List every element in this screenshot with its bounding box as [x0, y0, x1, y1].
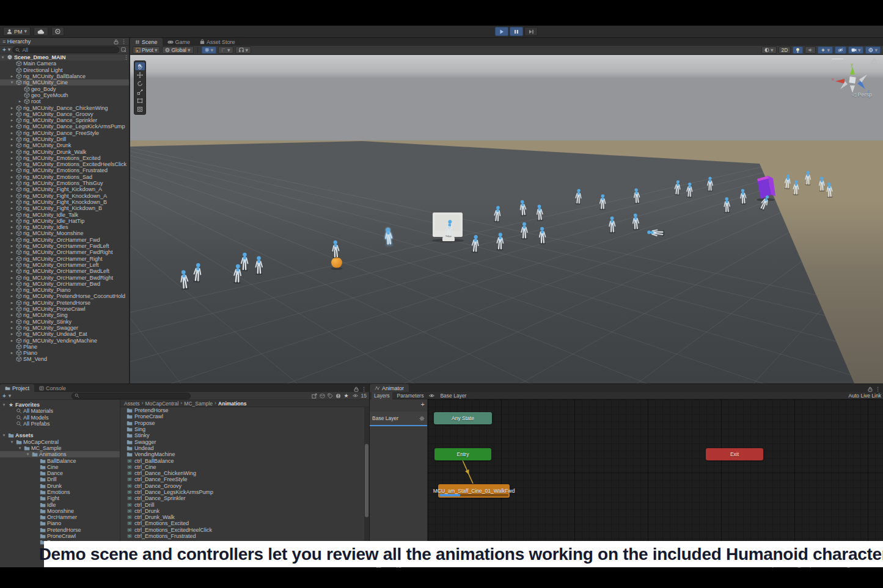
project-file-item[interactable]: ctrl_Dance_Groovy: [120, 483, 364, 489]
tab-asset-store[interactable]: Asset Store: [195, 38, 240, 46]
breadcrumb-item[interactable]: MC_Sample: [184, 401, 213, 407]
project-file-item[interactable]: Stinky: [120, 432, 364, 438]
hierarchy-item[interactable]: Main Camera: [0, 60, 129, 67]
hierarchy-item[interactable]: Plane: [0, 344, 129, 350]
breadcrumb-item[interactable]: Assets: [124, 401, 140, 407]
lighting-toggle[interactable]: [793, 46, 803, 54]
project-tree-item[interactable]: Drill: [0, 476, 120, 482]
hierarchy-item[interactable]: geo_Body: [0, 85, 129, 92]
cloud-button[interactable]: [34, 27, 48, 36]
account-dropdown[interactable]: PM ▾: [3, 27, 31, 36]
chevron-down-icon[interactable]: ▾: [8, 47, 11, 53]
eye-icon[interactable]: [428, 393, 435, 398]
hierarchy-item[interactable]: ▸rig_MCUnity_Fight_Knockdown_B: [0, 199, 129, 205]
hierarchy-item[interactable]: ▸rig_MCUnity_Drunk_Walk: [0, 148, 129, 154]
project-file-item[interactable]: Undead: [120, 445, 364, 451]
import-package-icon[interactable]: [320, 393, 325, 399]
project-tree-item[interactable]: All Materials: [0, 408, 120, 414]
project-file-item[interactable]: ctrl_Dance_LegsKickArmsPump: [120, 489, 364, 495]
hierarchy-item[interactable]: ▸rig_MCUnity_Fight_Knockdown_A: [0, 193, 129, 199]
shading-mode-dropdown[interactable]: ▾: [761, 46, 777, 54]
animator-state-node[interactable]: Any State: [434, 412, 492, 424]
project-file-item[interactable]: ctrl_Emotions_Excited: [120, 520, 364, 526]
project-file-item[interactable]: VendingMachine: [120, 451, 364, 457]
gear-icon[interactable]: [419, 416, 425, 421]
orientation-gizmo[interactable]: y x z: [827, 57, 878, 105]
project-tree-item[interactable]: OrcHammer: [0, 514, 120, 520]
project-file-item[interactable]: ctrl_Emotions_ExcitedHeelClick: [120, 527, 364, 533]
hierarchy-item[interactable]: ▸rig_MCUnity_Fight_Kickdown_A: [0, 186, 129, 192]
hierarchy-item[interactable]: ▸rig_MCUnity_Sing: [0, 312, 129, 318]
animator-state-node[interactable]: Exit: [706, 448, 763, 460]
hierarchy-item[interactable]: ▸rig_MCUnity_Dance_LegsKickArmsPump: [0, 123, 129, 129]
project-tree-item[interactable]: ▾MC_Sample: [0, 445, 120, 451]
project-tree-item[interactable]: All Prefabs: [0, 421, 120, 427]
project-tree-item[interactable]: Moonshine: [0, 508, 120, 514]
open-asset-icon[interactable]: [312, 393, 317, 399]
transform-tool-button[interactable]: [135, 105, 145, 113]
label-icon[interactable]: [328, 393, 333, 399]
hierarchy-item[interactable]: ▸rig_MCUnity_Dance_Groovy: [0, 111, 129, 117]
project-file-item[interactable]: ProneCrawl: [120, 413, 364, 419]
animator-graph[interactable]: Any StateEntryExitMCU_am_Staff_Cine_01_W…: [428, 399, 883, 562]
project-file-item[interactable]: Propose: [120, 420, 364, 426]
parameters-tab[interactable]: Parameters: [395, 392, 427, 399]
kebab-menu-icon[interactable]: ⋮: [361, 387, 367, 392]
animator-state-node[interactable]: Entry: [434, 448, 491, 460]
hierarchy-item[interactable]: ▸rig_MCUnity_Idle_Talk: [0, 211, 129, 217]
project-tree-item[interactable]: ▾Animations: [0, 451, 120, 457]
pivot-toggle[interactable]: Pivot▾: [133, 46, 160, 54]
kebab-menu-icon[interactable]: ⋮: [121, 39, 126, 45]
hierarchy-item[interactable]: ▸rig_MCUnity_Stinky: [0, 318, 129, 324]
scene-visibility-toggle[interactable]: [835, 46, 846, 54]
favorites-filter-icon[interactable]: ★: [343, 393, 350, 399]
project-file-item[interactable]: ctrl_Dance_ChickenWing: [120, 470, 364, 476]
hierarchy-item[interactable]: ▸rig_MCUnity_Idle_HatTip: [0, 218, 129, 224]
lock-icon[interactable]: [354, 387, 359, 392]
project-search-input[interactable]: [71, 393, 191, 399]
hierarchy-item[interactable]: ▸rig_MCUnity_Dance_Sprinkler: [0, 117, 129, 123]
tab-game[interactable]: Game: [163, 38, 196, 46]
hierarchy-item[interactable]: ▸rig_MCUnity_Swagger: [0, 325, 129, 331]
add-object-button[interactable]: +: [2, 46, 6, 53]
layers-tab[interactable]: Layers: [372, 392, 392, 399]
scene-viewport[interactable]: —— y x z ◁ Persp: [130, 55, 883, 383]
move-tool-button[interactable]: [135, 71, 145, 79]
hierarchy-item[interactable]: ▸rig_MCUnity_OrcHammer_Fwd: [0, 237, 129, 243]
project-tree-item[interactable]: ▾★Favorites: [0, 402, 120, 408]
hierarchy-item[interactable]: ▸rig_MCUnity_Dance_ChickenWing: [0, 104, 129, 111]
breadcrumb-item-current[interactable]: Animations: [218, 401, 246, 407]
project-tree-item[interactable]: ProneCrawl: [0, 533, 120, 539]
hierarchy-scene-root[interactable]: ▾Scene_Dmeo_MAIN⋮: [0, 54, 129, 60]
hierarchy-item[interactable]: ▾rig_MCUnity_Cine: [0, 79, 129, 85]
project-file-item[interactable]: ctrl_Dance_Sprinkler: [120, 495, 364, 501]
auto-live-link-button[interactable]: Auto Live Link: [849, 393, 881, 399]
tab-scene[interactable]: Scene: [130, 38, 163, 46]
global-toggle[interactable]: Global▾: [162, 46, 193, 54]
tab-project[interactable]: Project: [0, 384, 34, 392]
2d-toggle[interactable]: 2D: [779, 46, 791, 54]
rect-tool-button[interactable]: [135, 96, 145, 104]
hierarchy-item[interactable]: ▸root: [0, 98, 129, 104]
project-file-item[interactable]: ctrl_Emotions_Frustrated: [120, 533, 364, 539]
project-tree-item[interactable]: Emotions: [0, 489, 120, 495]
hierarchy-item[interactable]: ▸rig_MCUnity_Drill: [0, 136, 129, 142]
project-file-item[interactable]: ctrl_Drunk_Walk: [120, 514, 364, 520]
pause-button[interactable]: [510, 27, 523, 36]
hierarchy-item[interactable]: ▸rig_MCUnity_Piano: [0, 287, 129, 293]
project-file-item[interactable]: PretendHorse: [120, 407, 364, 413]
hierarchy-search-input[interactable]: All: [12, 46, 119, 53]
hierarchy-item[interactable]: ▸rig_MCUnity_Dance_FreeStyle: [0, 130, 129, 136]
animator-breadcrumb[interactable]: Base Layer: [438, 392, 469, 399]
project-file-item[interactable]: Sing: [120, 426, 364, 432]
breadcrumb-item[interactable]: MoCapCentral: [145, 401, 179, 407]
info-icon[interactable]: [335, 393, 341, 399]
tool-settings-toggle[interactable]: ▾: [235, 46, 252, 54]
hand-tool-button[interactable]: [135, 62, 145, 70]
hidden-count-eye-icon[interactable]: [352, 393, 359, 398]
hierarchy-item[interactable]: geo_EyeMouth: [0, 92, 129, 98]
camera-settings-dropdown[interactable]: ▾: [848, 46, 864, 54]
hierarchy-item[interactable]: ▸rig_MCUnity_VendingMachine: [0, 337, 129, 343]
hierarchy-item[interactable]: ▸rig_MCUnity_Emotions_ExcitedHeelsClick: [0, 161, 129, 167]
project-tree-item[interactable]: Idle: [0, 501, 120, 507]
